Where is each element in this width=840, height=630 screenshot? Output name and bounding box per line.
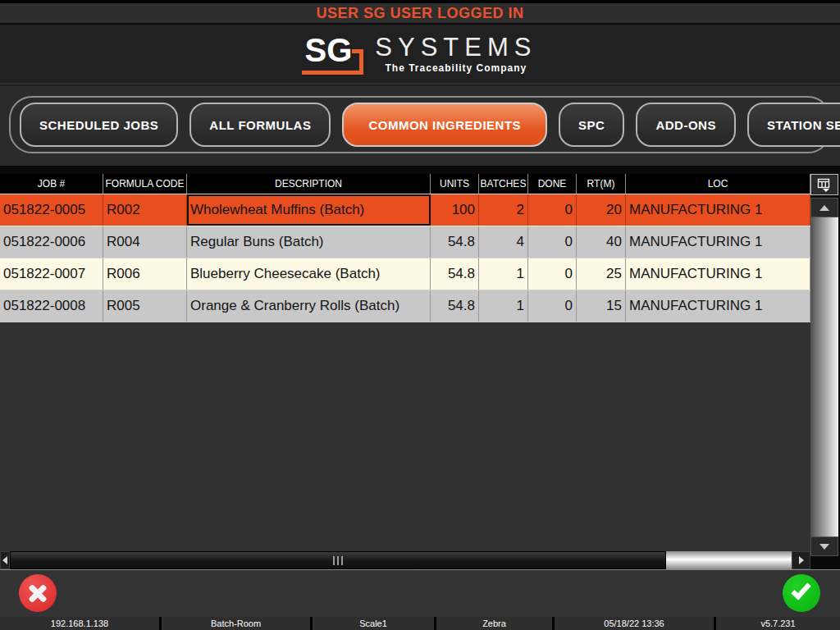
column-header-rt-m[interactable]: RT(M) — [577, 174, 626, 194]
triangle-right-icon — [799, 556, 804, 564]
cell-job[interactable]: 051822-0006 — [0, 226, 103, 258]
vertical-scrollbar — [810, 198, 838, 556]
job-row-051822-0007[interactable]: 051822-0007R006Blueberry Cheesecake (Bat… — [0, 258, 810, 290]
grid-header-row: JOB #FORMULA CODEDESCRIPTIONUNITSBATCHES… — [0, 174, 810, 194]
horizontal-scrollbar-thumb[interactable] — [10, 551, 666, 569]
cell-description[interactable]: Orange & Cranberry Rolls (Batch) — [187, 290, 431, 322]
cell-units[interactable]: 54.8 — [431, 290, 479, 322]
scroll-left-button[interactable] — [0, 551, 10, 569]
cell-formula_code[interactable]: R004 — [103, 226, 187, 258]
job-row-051822-0006[interactable]: 051822-0006R004Regular Buns (Batch)54.84… — [0, 226, 810, 258]
cell-formula_code[interactable]: R002 — [103, 194, 187, 226]
vertical-scrollbar-track[interactable] — [810, 217, 838, 536]
status-zebra: Zebra — [436, 617, 552, 630]
cell-formula_code[interactable]: R006 — [103, 258, 187, 290]
cell-done[interactable]: 0 — [528, 194, 577, 226]
cell-batches[interactable]: 1 — [479, 290, 528, 322]
nav-bar: SCHEDULED JOBSALL FORMULASCOMMON INGREDI… — [0, 85, 840, 166]
status-bar: 192.168.1.138Batch-RoomScale1Zebra05/18/… — [0, 617, 840, 630]
cell-units[interactable]: 54.8 — [431, 258, 479, 290]
sg-systems-app: USER SG USER LOGGED IN SG SYSTEMS The Tr… — [0, 0, 840, 630]
cell-job[interactable]: 051822-0007 — [0, 258, 103, 290]
nav-tab-common-ingredients[interactable]: COMMON INGREDIENTS — [342, 103, 547, 147]
column-header-units[interactable]: UNITS — [431, 174, 479, 194]
cell-done[interactable]: 0 — [528, 226, 577, 258]
cell-description[interactable]: Blueberry Cheesecake (Batch) — [187, 258, 431, 290]
job-row-051822-0008[interactable]: 051822-0008R005Orange & Cranberry Rolls … — [0, 290, 810, 322]
horizontal-scrollbar-track[interactable] — [666, 551, 792, 569]
triangle-up-icon — [819, 205, 829, 211]
status-scale1: Scale1 — [313, 617, 434, 630]
nav-tab-station-set-up[interactable]: STATION SET UP — [747, 103, 840, 147]
cell-loc[interactable]: MANUFACTURING 1 — [626, 226, 810, 258]
cell-description[interactable]: Wholewheat Muffins (Batch) — [187, 194, 431, 226]
column-header-done[interactable]: DONE — [528, 174, 577, 194]
status-05-18-22-13-36: 05/18/22 13:36 — [555, 617, 714, 630]
jobs-grid-region: JOB #FORMULA CODEDESCRIPTIONUNITSBATCHES… — [0, 166, 840, 570]
logo-bar: SG SYSTEMS The Traceability Company — [0, 25, 840, 84]
sg-logo-mark: SG — [304, 34, 366, 75]
column-chooser-button[interactable] — [810, 174, 838, 195]
cell-rt_m[interactable]: 15 — [577, 290, 626, 322]
scroll-down-button[interactable] — [810, 536, 838, 556]
cell-rt_m[interactable]: 20 — [577, 194, 626, 226]
jobs-grid: JOB #FORMULA CODEDESCRIPTIONUNITSBATCHES… — [0, 174, 810, 551]
cell-loc[interactable]: MANUFACTURING 1 — [626, 258, 810, 290]
title-bar: USER SG USER LOGGED IN — [0, 0, 840, 25]
cell-done[interactable]: 0 — [528, 290, 577, 322]
cell-formula_code[interactable]: R005 — [103, 290, 187, 322]
status-192-168-1-138: 192.168.1.138 — [0, 617, 159, 630]
table-columns-icon — [817, 178, 833, 192]
scroll-right-button[interactable] — [792, 551, 810, 569]
triangle-down-icon — [819, 544, 829, 550]
cell-batches[interactable]: 4 — [479, 226, 528, 258]
cell-rt_m[interactable]: 25 — [577, 258, 626, 290]
column-header-batches[interactable]: BATCHES — [479, 174, 528, 194]
logo-tagline: The Traceability Company — [386, 62, 527, 74]
footer-bar — [0, 570, 840, 617]
triangle-left-icon — [2, 556, 7, 564]
logged-in-user-text: USER SG USER LOGGED IN — [316, 5, 523, 22]
cell-batches[interactable]: 1 — [479, 258, 528, 290]
job-row-051822-0005[interactable]: 051822-0005R002Wholewheat Muffins (Batch… — [0, 194, 810, 226]
cell-job[interactable]: 051822-0008 — [0, 290, 103, 322]
nav-tabs: SCHEDULED JOBSALL FORMULASCOMMON INGREDI… — [9, 96, 831, 153]
cell-rt_m[interactable]: 40 — [577, 226, 626, 258]
x-icon — [27, 582, 48, 604]
column-header-description[interactable]: DESCRIPTION — [187, 174, 431, 194]
grid-rows: 051822-0005R002Wholewheat Muffins (Batch… — [0, 194, 810, 322]
cell-done[interactable]: 0 — [528, 258, 577, 290]
logo-text: SYSTEMS The Traceability Company — [375, 34, 536, 75]
cell-units[interactable]: 100 — [431, 194, 479, 226]
cell-batches[interactable]: 2 — [479, 194, 528, 226]
column-header-formula-code[interactable]: FORMULA CODE — [103, 174, 187, 194]
nav-tab-spc[interactable]: SPC — [559, 103, 624, 147]
horizontal-scrollbar — [0, 551, 810, 569]
cell-description[interactable]: Regular Buns (Batch) — [187, 226, 431, 258]
cell-loc[interactable]: MANUFACTURING 1 — [626, 290, 810, 322]
nav-tab-scheduled-jobs[interactable]: SCHEDULED JOBS — [20, 103, 178, 147]
column-header-loc[interactable]: LOC — [626, 174, 810, 194]
cell-loc[interactable]: MANUFACTURING 1 — [626, 194, 810, 226]
confirm-button[interactable] — [783, 574, 820, 612]
column-header-job[interactable]: JOB # — [0, 174, 103, 194]
cell-units[interactable]: 54.8 — [431, 226, 479, 258]
scroll-up-button[interactable] — [810, 198, 838, 217]
cancel-button[interactable] — [19, 574, 57, 612]
nav-tab-add-ons[interactable]: ADD-ONS — [636, 103, 736, 147]
cell-job[interactable]: 051822-0005 — [0, 194, 103, 226]
status-batch-room: Batch-Room — [162, 617, 310, 630]
status-v5-7-231: v5.7.231 — [716, 617, 840, 630]
logo-company-name: SYSTEMS — [375, 34, 536, 62]
nav-tab-all-formulas[interactable]: ALL FORMULAS — [189, 103, 331, 147]
check-icon — [791, 579, 810, 600]
